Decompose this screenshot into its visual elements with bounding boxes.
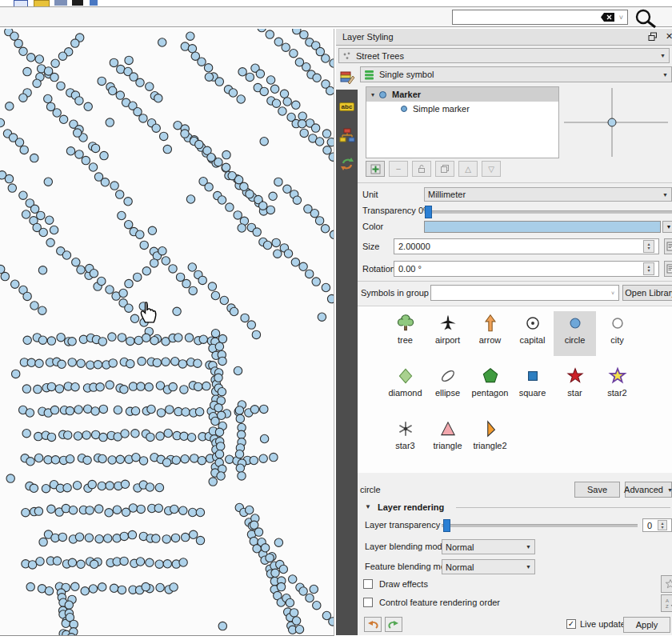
tab-history[interactable] bbox=[336, 152, 358, 176]
rotation-spinbox[interactable]: 0.00 ° ▴▾ bbox=[394, 261, 659, 277]
tree-row-marker[interactable]: ▾ Marker bbox=[366, 87, 558, 102]
size-spin-buttons[interactable]: ▴▾ bbox=[643, 240, 654, 253]
open-library-button[interactable]: Open Library bbox=[622, 285, 672, 301]
search-combobox[interactable]: ˅ bbox=[452, 10, 628, 25]
chevron-down-icon[interactable]: ˅ bbox=[619, 14, 623, 22]
tree-point bbox=[327, 294, 334, 302]
control-order-checkbox[interactable] bbox=[363, 598, 373, 607]
symbol-cell-triangle2[interactable]: triangle2 bbox=[469, 417, 511, 462]
symbol-cell-diamond[interactable]: diamond bbox=[384, 364, 426, 409]
tree-point bbox=[329, 153, 334, 161]
tree-point bbox=[81, 587, 89, 595]
tree-point bbox=[23, 292, 31, 300]
symbol-cell-star[interactable]: star bbox=[554, 364, 596, 409]
tree-point bbox=[162, 535, 170, 543]
tree-point bbox=[208, 282, 216, 290]
tree-point bbox=[1, 272, 9, 280]
layer-blending-combobox[interactable]: Normal ▼ bbox=[442, 539, 535, 554]
size-data-defined-button[interactable] bbox=[664, 238, 672, 254]
single-symbol-icon bbox=[364, 70, 374, 80]
lock-color-button[interactable] bbox=[412, 161, 431, 177]
tree-point bbox=[270, 453, 278, 461]
symbol-cell-tree[interactable]: tree bbox=[384, 311, 426, 356]
tree-point bbox=[284, 250, 292, 258]
tree-point bbox=[89, 163, 97, 171]
symbol-label: tree bbox=[384, 335, 426, 345]
duplicate-layer-button[interactable] bbox=[435, 161, 454, 177]
layer-rendering-collapse-icon[interactable]: ▼ bbox=[365, 503, 371, 510]
sort-order-button[interactable]: AZ bbox=[661, 594, 672, 612]
size-spinbox[interactable]: 2.00000 ▴▾ bbox=[394, 238, 659, 254]
close-panel-icon[interactable]: ✕ bbox=[666, 31, 672, 42]
rotation-data-defined-button[interactable] bbox=[664, 261, 672, 277]
tree-point bbox=[22, 385, 30, 393]
save-button[interactable]: Save bbox=[574, 482, 620, 498]
tree-point bbox=[322, 283, 330, 291]
tree-point bbox=[190, 530, 198, 538]
rotation-spin-buttons[interactable]: ▴▾ bbox=[643, 262, 654, 275]
tab-symbology[interactable] bbox=[336, 66, 358, 90]
symbol-cell-star3[interactable]: star3 bbox=[384, 417, 426, 462]
symbol-cell-arrow[interactable]: arrow bbox=[469, 311, 511, 356]
symbol-cell-pentagon[interactable]: pentagon bbox=[469, 364, 511, 409]
tree-point bbox=[136, 78, 144, 86]
tree-symbol-icon bbox=[384, 311, 426, 335]
transparency-slider[interactable] bbox=[424, 206, 672, 218]
tree-point bbox=[198, 457, 206, 465]
tree-point bbox=[142, 267, 150, 275]
tree-point bbox=[327, 138, 334, 146]
expander-icon[interactable]: ▾ bbox=[371, 91, 374, 98]
color-dropdown-button[interactable]: ▼ bbox=[662, 221, 672, 233]
remove-symbol-layer-button[interactable]: − bbox=[389, 161, 408, 177]
symbol-cell-circle[interactable]: circle bbox=[554, 311, 596, 356]
symbol-cell-star2[interactable]: star2 bbox=[596, 364, 638, 409]
layer-transparency-spinbox[interactable]: 0 ▴▾ bbox=[642, 518, 672, 532]
advanced-button[interactable]: Advanced ▼ bbox=[625, 482, 672, 498]
tree-point bbox=[252, 330, 260, 338]
tree-point bbox=[69, 506, 77, 514]
layer-transparency-handle[interactable] bbox=[443, 519, 450, 532]
symbol-cell-square[interactable]: square bbox=[511, 364, 554, 409]
renderer-selector[interactable]: Single symbol ▼ bbox=[360, 66, 672, 82]
tree-row-simple-marker[interactable]: Simple marker bbox=[366, 102, 558, 116]
layer-transparency-spin[interactable]: ▴▾ bbox=[658, 520, 667, 530]
symbol-cell-triangle[interactable]: triangle bbox=[426, 417, 469, 462]
tree-point bbox=[91, 407, 99, 415]
undo-button[interactable] bbox=[364, 617, 382, 632]
tree-point bbox=[71, 383, 79, 391]
float-panel-icon[interactable] bbox=[648, 32, 658, 43]
tree-point bbox=[121, 480, 129, 488]
tree-point bbox=[68, 358, 76, 366]
symbol-cell-airport[interactable]: airport bbox=[426, 311, 469, 356]
transparency-slider-handle[interactable] bbox=[425, 206, 432, 218]
feature-blending-combobox[interactable]: Normal ▼ bbox=[442, 559, 535, 574]
symbol-cell-capital[interactable]: capital bbox=[511, 311, 554, 356]
tree-point bbox=[181, 455, 189, 463]
symbol-cell-ellipse[interactable]: ellipse bbox=[426, 364, 469, 409]
apply-button[interactable]: Apply bbox=[623, 617, 670, 633]
tab-labels[interactable]: abc bbox=[336, 94, 358, 118]
redo-button[interactable] bbox=[385, 617, 402, 632]
history-icon bbox=[339, 156, 355, 172]
clear-icon[interactable] bbox=[601, 13, 614, 22]
draw-effects-checkbox[interactable] bbox=[363, 579, 373, 589]
symbol-cell-city[interactable]: city bbox=[596, 311, 638, 356]
tree-point bbox=[136, 230, 144, 238]
unit-combobox[interactable]: Millimeter ▼ bbox=[424, 187, 672, 202]
tree-point bbox=[98, 454, 106, 462]
layer-selector[interactable]: Street Trees ▼ bbox=[338, 48, 670, 63]
live-update-checkbox[interactable]: ✓ bbox=[566, 619, 576, 629]
tree-point bbox=[19, 47, 27, 55]
color-swatch[interactable] bbox=[424, 221, 661, 233]
map-canvas[interactable] bbox=[0, 29, 334, 636]
add-symbol-layer-button[interactable] bbox=[366, 161, 385, 177]
tree-point bbox=[74, 129, 82, 137]
layer-transparency-slider[interactable] bbox=[442, 519, 638, 532]
tab-diagrams[interactable] bbox=[336, 123, 358, 147]
tree-point bbox=[66, 406, 74, 414]
move-down-button[interactable]: ▽ bbox=[482, 161, 501, 177]
search-icon[interactable] bbox=[631, 8, 662, 30]
move-up-button[interactable]: △ bbox=[458, 161, 478, 177]
symbols-group-combobox[interactable]: ˅ bbox=[430, 285, 619, 301]
effects-options-button[interactable] bbox=[661, 575, 672, 593]
